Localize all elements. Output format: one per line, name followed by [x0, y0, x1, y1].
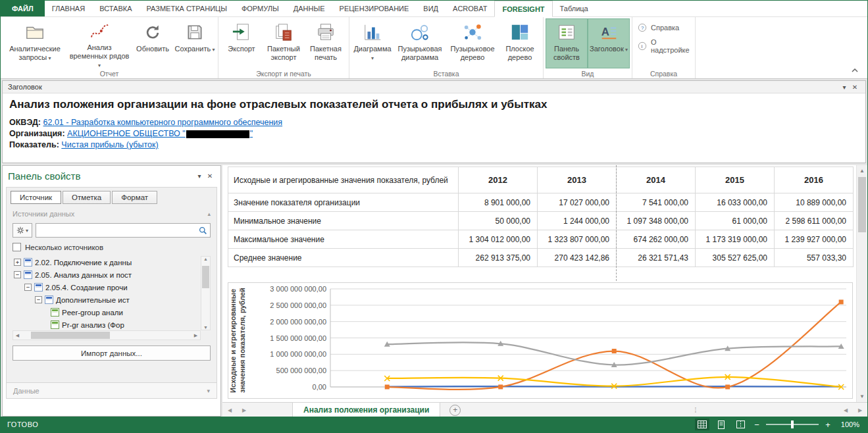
tab-home[interactable]: ГЛАВНАЯ — [45, 1, 92, 16]
bubble-tree-button[interactable]: Пузырьковое дерево — [446, 18, 499, 68]
value-cell[interactable]: 1 173 319 000,00 — [696, 230, 775, 249]
year-header[interactable]: 2014 — [617, 167, 696, 193]
value-cell[interactable]: 1 239 927 000,00 — [775, 230, 854, 249]
row-label-cell[interactable]: Среднее значение — [228, 249, 459, 267]
value-cell[interactable]: 61 000,00 — [696, 212, 775, 230]
sheet-tab-active[interactable]: Анализ положения организации — [292, 403, 440, 418]
tab-mark[interactable]: Отметка — [63, 191, 111, 204]
tab-data[interactable]: ДАННЫЕ — [286, 1, 332, 16]
year-header[interactable]: 2012 — [459, 167, 538, 193]
value-cell[interactable]: 1 097 348 000,00 — [617, 212, 696, 230]
value-cell[interactable]: 10 889 000,00 — [775, 193, 854, 212]
tab-formulas[interactable]: ФОРМУЛЫ — [234, 1, 286, 16]
tree-item[interactable]: − 2.05.4. Создание прочи — [13, 281, 201, 293]
year-header[interactable]: 2015 — [696, 167, 775, 193]
scroll-up-icon[interactable]: ▲ — [201, 257, 210, 261]
collapse-ribbon-icon[interactable] — [848, 65, 862, 76]
value-cell[interactable]: 1 304 012 000,00 — [459, 230, 538, 249]
close-icon[interactable]: ✕ — [850, 84, 860, 91]
value-cell[interactable]: 1 323 807 000,00 — [538, 230, 617, 249]
zoom-percentage[interactable]: 100% — [837, 420, 859, 428]
tab-foresight[interactable]: FORESIGHT — [494, 1, 552, 17]
add-sheet-button[interactable]: + — [449, 405, 461, 416]
value-cell[interactable]: 16 033 000,00 — [696, 193, 775, 212]
scroll-down-icon[interactable]: ▼ — [201, 325, 210, 330]
hscroll-left-icon[interactable]: ◀ — [838, 403, 853, 418]
expand-toggle-icon[interactable]: + — [14, 259, 21, 266]
tree-item[interactable]: − 2.05. Анализ данных и пост — [13, 268, 201, 281]
normal-view-button[interactable] — [695, 419, 709, 430]
settings-dropdown-button[interactable]: ▾ — [13, 223, 32, 238]
tree-item[interactable]: Peer-group анали — [13, 306, 201, 318]
collapse-toggle-icon[interactable]: − — [35, 296, 42, 303]
horizontal-scrollbar-track[interactable] — [700, 403, 838, 418]
year-header[interactable]: 2016 — [775, 167, 854, 193]
zoom-slider[interactable] — [766, 424, 819, 425]
zoom-out-button[interactable]: − — [752, 420, 761, 430]
value-cell[interactable]: 270 423 142,86 — [538, 249, 617, 267]
tab-source[interactable]: Источник — [11, 191, 61, 204]
about-addin-button[interactable]: i О надстройке — [634, 37, 693, 55]
multi-source-checkbox[interactable] — [13, 243, 21, 251]
tab-table-contextual[interactable]: Таблица — [553, 1, 596, 16]
year-header[interactable]: 2013 — [538, 167, 617, 193]
collapse-toggle-icon[interactable]: − — [14, 271, 21, 278]
export-button[interactable]: Экспорт — [220, 18, 263, 68]
value-cell[interactable]: 2 598 611 000,00 — [775, 212, 854, 230]
flat-tree-button[interactable]: Плоское дерево — [499, 18, 541, 68]
value-cell[interactable]: 7 541 000,00 — [617, 193, 696, 212]
chevron-down-icon[interactable]: ▾ — [194, 172, 205, 180]
value-cell[interactable]: 557 033,30 — [775, 249, 854, 267]
zoom-slider-thumb[interactable] — [791, 420, 794, 428]
help-button[interactable]: ? Справка — [634, 21, 682, 34]
sheet-nav-left-icon[interactable]: ◀ — [222, 403, 237, 418]
table-corner-header[interactable]: Исходные и агрегированные значения показ… — [228, 167, 459, 193]
value-cell[interactable]: 17 027 000,00 — [538, 193, 617, 212]
tab-acrobat[interactable]: ACROBAT — [446, 1, 494, 16]
tab-page-layout[interactable]: РАЗМЕТКА СТРАНИЦЫ — [139, 1, 234, 16]
import-data-button[interactable]: Импорт данных... — [13, 345, 211, 361]
tree-item[interactable]: Pr-gr анализ (Фор — [13, 318, 201, 330]
expand-section-icon[interactable]: ▾ — [207, 388, 210, 394]
time-series-analysis-button[interactable]: Анализ временных рядов — [67, 18, 132, 68]
analytic-queries-button[interactable]: Аналитические запросы — [3, 18, 67, 68]
value-cell[interactable]: 674 262 000,00 — [617, 230, 696, 249]
row-label-cell[interactable]: Значение показателя организации — [228, 193, 459, 212]
tab-format[interactable]: Формат — [112, 191, 157, 204]
tree-horizontal-scrollbar[interactable]: ◀ ▶ — [13, 330, 201, 340]
value-cell[interactable]: 262 913 375,00 — [459, 249, 538, 267]
worksheet-vertical-scrollbar[interactable]: ▲ ▼ — [856, 165, 867, 402]
search-icon[interactable] — [199, 226, 207, 235]
save-button[interactable]: Сохранить — [174, 18, 216, 68]
collapse-section-icon[interactable]: ▴ — [207, 211, 211, 217]
tab-view[interactable]: ВИД — [416, 1, 446, 16]
tab-review[interactable]: РЕЦЕНЗИРОВАНИЕ — [332, 1, 417, 16]
tab-insert[interactable]: ВСТАВКА — [92, 1, 139, 16]
hscroll-right-icon[interactable]: ▶ — [853, 403, 867, 418]
scroll-left-icon[interactable]: ◀ — [13, 333, 22, 338]
organization-link[interactable]: АКЦИОНЕРНОЕ ОБЩЕСТВО "" — [67, 129, 253, 138]
value-cell[interactable]: 50 000,00 — [459, 212, 538, 230]
value-cell[interactable]: 8 901 000,00 — [459, 193, 538, 212]
chart-plot-area[interactable]: 3 000 000 000,002 500 000 000,002 000 00… — [253, 283, 852, 397]
tree-vertical-scrollbar[interactable]: ▲ ▼ — [201, 256, 211, 330]
refresh-button[interactable]: Обновить — [132, 18, 174, 68]
scrollbar-thumb[interactable] — [31, 332, 110, 339]
scrollbar-thumb[interactable] — [202, 266, 209, 288]
scroll-right-icon[interactable]: ▶ — [191, 333, 200, 338]
tree-item[interactable]: − Дополнительные ист — [13, 293, 201, 306]
properties-panel-toggle-button[interactable]: Панель свойств — [546, 18, 588, 68]
tab-file[interactable]: ФАЙЛ — [1, 1, 45, 16]
indicator-link[interactable]: Чистая прибыль (убыток) — [61, 140, 158, 149]
scrollbar-grip[interactable]: ⁞ — [691, 403, 700, 418]
chevron-down-icon[interactable]: ▾ — [839, 84, 850, 91]
line-chart[interactable]: Исходные и агрегированные значения показ… — [228, 282, 853, 399]
batch-print-button[interactable]: Пакетная печать — [305, 18, 347, 68]
data-section-header[interactable]: Данные ▾ — [7, 382, 217, 398]
collapse-toggle-icon[interactable]: − — [24, 284, 32, 291]
search-input[interactable] — [39, 226, 199, 234]
value-cell[interactable]: 26 321 571,43 — [617, 249, 696, 267]
close-icon[interactable]: ✕ — [205, 172, 215, 180]
scroll-up-icon[interactable]: ▲ — [857, 165, 867, 176]
page-layout-view-button[interactable] — [714, 419, 728, 430]
